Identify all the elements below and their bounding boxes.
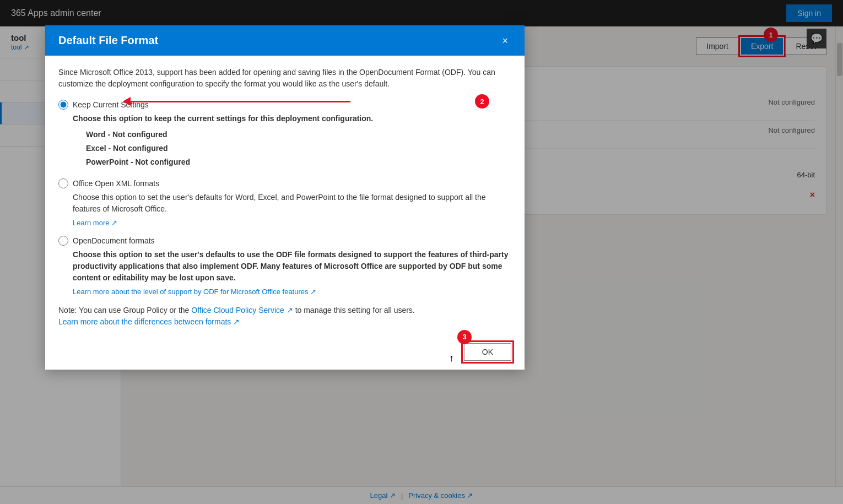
odf-label[interactable]: OpenDocument formats [73, 236, 155, 245]
odf-desc: Choose this option to set the user's def… [73, 249, 511, 284]
odf-radio[interactable] [58, 236, 68, 246]
mouse-cursor: ↑ [449, 353, 454, 364]
modal-body: Since Microsoft Office 2013, support has… [45, 56, 525, 337]
radio-option-xml: Office Open XML formats Choose this opti… [58, 178, 511, 227]
modal-dialog: Default File Format × Since Microsoft Of… [45, 25, 525, 370]
policy-service-link[interactable]: Office Cloud Policy Service ↗ [191, 306, 293, 315]
xml-learn-more: Learn more ↗ [73, 218, 511, 227]
keep-current-sub-items: Word - Not configured Excel - Not config… [86, 128, 511, 170]
ok-button[interactable]: OK [464, 343, 511, 361]
odf-label-row: OpenDocument formats [58, 236, 511, 246]
keep-current-radio[interactable] [58, 100, 68, 110]
odf-learn-more: Learn more about the level of support by… [73, 287, 511, 296]
modal-footer: 3 OK ↑ [45, 337, 525, 370]
modal-header: Default File Format × [45, 25, 525, 56]
modal-intro: Since Microsoft Office 2013, support has… [58, 67, 511, 90]
xml-radio[interactable] [58, 178, 68, 188]
modal-note: Note: You can use Group Policy or the Of… [58, 305, 511, 328]
step-badge-3: 3 [457, 330, 472, 344]
word-item: Word - Not configured [86, 128, 511, 142]
xml-label-row: Office Open XML formats [58, 178, 511, 188]
keep-current-label[interactable]: Keep Current Settings [73, 100, 149, 109]
differences-link[interactable]: Learn more about the differences between… [58, 317, 240, 326]
keep-current-desc: Choose this option to keep the current s… [73, 113, 511, 124]
keep-current-label-row: Keep Current Settings [58, 100, 511, 110]
xml-learn-more-link[interactable]: Learn more ↗ [73, 219, 117, 227]
odf-learn-more-link[interactable]: Learn more about the level of support by… [73, 288, 316, 296]
xml-desc: Choose this option to set the user's def… [73, 192, 511, 215]
excel-item: Excel - Not configured [86, 142, 511, 155]
radio-option-keep-current: Keep Current Settings Choose this option… [58, 100, 511, 170]
powerpoint-item: PowerPoint - Not configured [86, 155, 511, 169]
radio-option-odf: OpenDocument formats Choose this option … [58, 236, 511, 296]
xml-label[interactable]: Office Open XML formats [73, 179, 159, 188]
modal-title: Default File Format [58, 34, 158, 47]
modal-overlay: Default File Format × Since Microsoft Of… [0, 0, 843, 504]
step-badge-2: 2 [475, 94, 489, 109]
modal-close-button[interactable]: × [499, 35, 511, 47]
